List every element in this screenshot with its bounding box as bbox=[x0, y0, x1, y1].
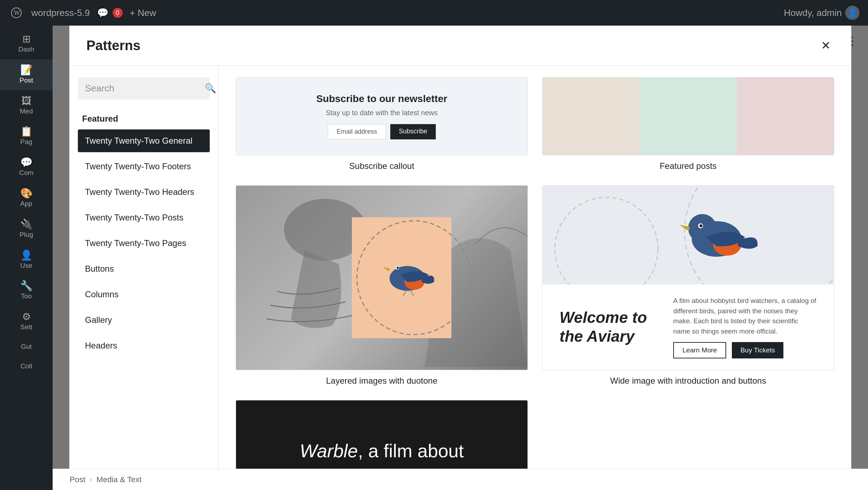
wp-logo[interactable]: W bbox=[9, 5, 24, 21]
comments-icon: 💬 bbox=[20, 158, 33, 167]
learn-more-button[interactable]: Learn More bbox=[673, 342, 726, 358]
sidebar-item-comments[interactable]: 💬 Com bbox=[0, 152, 53, 183]
breadcrumb-post: Post bbox=[70, 475, 85, 484]
sidebar-label-pages: Pag bbox=[20, 138, 32, 146]
modal-close-button[interactable]: ✕ bbox=[817, 37, 834, 54]
nav-item-gallery[interactable]: Gallery bbox=[78, 309, 210, 331]
wide-text-buttons: A film about hobbyist bird watchers, a c… bbox=[673, 296, 817, 358]
dashboard-icon: ⊞ bbox=[22, 34, 31, 44]
sidebar-item-settings[interactable]: ⚙ Sett bbox=[0, 306, 53, 337]
sidebar-label-settings: Sett bbox=[20, 323, 32, 331]
pattern-preview-featured-posts[interactable] bbox=[542, 77, 834, 155]
wide-top-area bbox=[542, 186, 834, 284]
sidebar-label-dashboard: Dash bbox=[18, 46, 34, 54]
notif-badge: 0 bbox=[113, 8, 123, 18]
pattern-preview-subscribe[interactable]: Subscribe to our newsletter Stay up to d… bbox=[236, 77, 528, 155]
comments-icon-bar[interactable]: 💬 0 bbox=[97, 7, 123, 18]
wide-buttons: Learn More Buy Tickets bbox=[673, 342, 817, 358]
sidebar-item-dashboard[interactable]: ⊞ Dash bbox=[0, 28, 53, 59]
svg-point-8 bbox=[397, 267, 399, 269]
svg-line-9 bbox=[403, 290, 407, 296]
search-input[interactable] bbox=[85, 83, 200, 94]
patterns-content: Subscribe to our newsletter Stay up to d… bbox=[219, 66, 851, 490]
pattern-label-wide: Wide image with introduction and buttons bbox=[542, 376, 834, 386]
warble-italic: Warble bbox=[300, 441, 358, 461]
search-icon: 🔍 bbox=[205, 83, 216, 94]
admin-bar: W wordpress-5.9 💬 0 + New Howdy, admin 👤 bbox=[0, 0, 868, 26]
modal-title: Patterns bbox=[86, 38, 140, 53]
sidebar-label-posts: Post bbox=[20, 76, 33, 85]
sidebar-item-users[interactable]: 👤 Use bbox=[0, 245, 53, 276]
pattern-item-layered: Layered images with duotone bbox=[236, 185, 528, 386]
pattern-label-subscribe: Subscribe callout bbox=[236, 161, 528, 171]
wide-pattern-title: Welcome to the Aviary bbox=[559, 308, 659, 346]
wp-sidebar: ⊞ Dash 📝 Post 🖼 Med 📋 Pag 💬 Com 🎨 App 🔌 … bbox=[0, 26, 53, 490]
pattern-item-wide: Welcome to the Aviary A film about hobby… bbox=[542, 185, 834, 386]
pattern-item-subscribe: Subscribe to our newsletter Stay up to d… bbox=[236, 77, 528, 171]
svg-point-17 bbox=[700, 224, 702, 227]
sidebar-label-gutenberg: Gut bbox=[21, 343, 32, 351]
plugins-icon: 🔌 bbox=[20, 219, 33, 229]
tools-icon: 🔧 bbox=[20, 281, 33, 291]
sidebar-label-comments: Com bbox=[19, 169, 33, 177]
sidebar-label-users: Use bbox=[20, 262, 32, 270]
posts-icon: 📝 bbox=[20, 65, 33, 75]
nav-item-headers[interactable]: Twenty Twenty-Two Headers bbox=[78, 181, 210, 203]
wide-bottom-area: Welcome to the Aviary A film about hobby… bbox=[542, 284, 834, 370]
search-box[interactable]: 🔍 bbox=[78, 77, 210, 100]
sidebar-item-tools[interactable]: 🔧 Too bbox=[0, 275, 53, 306]
sidebar-label-media: Med bbox=[20, 107, 33, 116]
pattern-preview-layered[interactable] bbox=[236, 185, 528, 370]
sidebar-label-plugins: Plug bbox=[20, 231, 33, 239]
sidebar-item-media[interactable]: 🖼 Med bbox=[0, 90, 53, 121]
nav-item-posts[interactable]: Twenty Twenty-Two Posts bbox=[78, 206, 210, 229]
buy-tickets-button[interactable]: Buy Tickets bbox=[732, 342, 783, 358]
howdy-label: Howdy, admin 👤 bbox=[784, 6, 859, 20]
media-icon: 🖼 bbox=[21, 96, 31, 106]
users-icon: 👤 bbox=[20, 250, 33, 260]
sidebar-item-plugins[interactable]: 🔌 Plug bbox=[0, 214, 53, 245]
patterns-grid: Subscribe to our newsletter Stay up to d… bbox=[236, 77, 834, 490]
breadcrumb-separator: › bbox=[90, 475, 92, 484]
pages-icon: 📋 bbox=[20, 127, 33, 137]
svg-line-10 bbox=[410, 290, 414, 296]
svg-text:W: W bbox=[14, 9, 20, 16]
nav-item-general[interactable]: Twenty Twenty-Two General bbox=[78, 129, 210, 152]
sidebar-item-collapse[interactable]: Coll bbox=[0, 357, 53, 376]
warble-comma: , a film about bbox=[358, 441, 464, 461]
svg-point-12 bbox=[555, 197, 658, 284]
pattern-label-layered: Layered images with duotone bbox=[236, 376, 528, 386]
sidebar-item-gutenberg[interactable]: Gut bbox=[0, 337, 53, 357]
pattern-item-featured-posts: Featured posts bbox=[542, 77, 834, 171]
wide-description: A film about hobbyist bird watchers, a c… bbox=[673, 296, 817, 336]
featured-section-title: Featured bbox=[78, 111, 210, 127]
sidebar-label-tools: Too bbox=[21, 292, 32, 300]
appearance-icon: 🎨 bbox=[20, 188, 33, 198]
new-button[interactable]: + New bbox=[130, 7, 156, 18]
nav-item-pages[interactable]: Twenty Twenty-Two Pages bbox=[78, 232, 210, 255]
patterns-sidebar: 🔍 Featured Twenty Twenty-Two General Twe… bbox=[69, 66, 219, 490]
sidebar-label-appearance: App bbox=[20, 200, 32, 208]
nav-item-buttons[interactable]: Buttons bbox=[78, 257, 210, 280]
nav-item-columns[interactable]: Columns bbox=[78, 283, 210, 306]
modal-dots-menu[interactable]: ⋮ bbox=[847, 34, 858, 48]
breadcrumb-section: Media & Text bbox=[96, 475, 141, 484]
sidebar-item-appearance[interactable]: 🎨 App bbox=[0, 183, 53, 214]
settings-icon: ⚙ bbox=[22, 312, 31, 322]
modal-overlay: Patterns ✕ 🔍 Featured Twenty Twenty-Two … bbox=[53, 26, 868, 490]
nav-item-headers2[interactable]: Headers bbox=[78, 334, 210, 357]
sidebar-label-collapse: Coll bbox=[21, 362, 32, 371]
pattern-label-featured-posts: Featured posts bbox=[542, 161, 834, 171]
sidebar-item-pages[interactable]: 📋 Pag bbox=[0, 121, 53, 152]
pattern-preview-wide[interactable]: Welcome to the Aviary A film about hobby… bbox=[542, 185, 834, 370]
modal-header: Patterns ✕ bbox=[69, 26, 851, 66]
bottom-bar: Post › Media & Text bbox=[53, 469, 868, 490]
patterns-modal: Patterns ✕ 🔍 Featured Twenty Twenty-Two … bbox=[69, 26, 851, 490]
avatar: 👤 bbox=[845, 6, 859, 20]
sidebar-item-posts[interactable]: 📝 Post bbox=[0, 59, 53, 90]
modal-body: 🔍 Featured Twenty Twenty-Two General Twe… bbox=[69, 66, 851, 490]
nav-item-footers[interactable]: Twenty Twenty-Two Footers bbox=[78, 155, 210, 178]
site-name[interactable]: wordpress-5.9 bbox=[31, 7, 90, 18]
